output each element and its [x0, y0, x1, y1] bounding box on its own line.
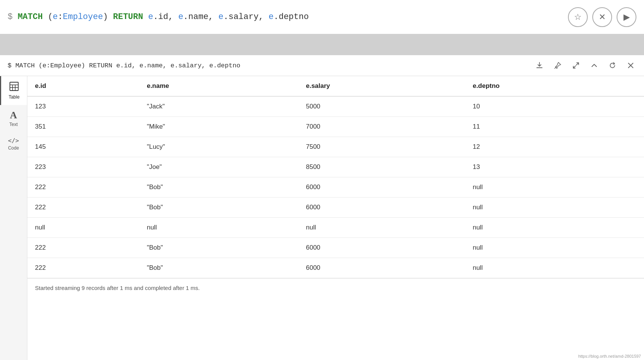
status-text: Started streaming 9 records after 1 ms a… — [35, 285, 200, 291]
table-cell-3-3: 13 — [465, 157, 644, 177]
expand-icon[interactable] — [570, 60, 582, 71]
table-cell-8-0: 222 — [27, 258, 139, 278]
chevron-up-icon[interactable] — [588, 60, 600, 71]
table-cell-2-0: 145 — [27, 137, 139, 157]
sidebar-item-text[interactable]: A Text — [0, 105, 27, 132]
col-header-edeptno: e.deptno — [465, 76, 644, 96]
status-bar: Started streaming 9 records after 1 ms a… — [27, 278, 644, 297]
table-cell-2-3: 12 — [465, 137, 644, 157]
table-cell-8-2: 6000 — [298, 258, 465, 278]
table-cell-8-3: null — [465, 258, 644, 278]
close-panel-icon[interactable] — [625, 60, 636, 71]
top-query-bar: $ MATCH (e:Employee) RETURN e.id, e.name… — [0, 0, 644, 34]
bottom-url: https://blog.orth.net/amd-2801597 — [578, 354, 641, 358]
col-header-eid: e.id — [27, 76, 139, 96]
secondary-query-content: MATCH (e:Employee) RETURN e.id, e.name, … — [15, 62, 240, 69]
toolbar-icons — [534, 60, 636, 71]
table-row: 222"Bob"6000null — [27, 198, 644, 218]
table-row: 145"Lucy"750012 — [27, 137, 644, 157]
top-entity-employee: Employee — [63, 12, 103, 22]
secondary-dollar: $ — [8, 62, 15, 69]
table-row: 222"Bob"6000null — [27, 177, 644, 198]
table-cell-0-1: "Jack" — [139, 96, 298, 117]
table-label: Table — [9, 94, 20, 100]
table-cell-8-1: "Bob" — [139, 258, 298, 278]
table-cell-2-2: 7500 — [298, 137, 465, 157]
table-row: 223"Joe"850013 — [27, 157, 644, 177]
table-cell-6-0: null — [27, 218, 139, 238]
table-cell-3-1: "Joe" — [139, 157, 298, 177]
table-icon — [9, 81, 19, 93]
sidebar-item-table[interactable]: Table — [0, 76, 27, 105]
table-cell-0-0: 123 — [27, 96, 139, 117]
content-area: Table A Text </> Code e.id e.name e.sala… — [0, 76, 644, 360]
text-label: Text — [9, 122, 17, 127]
top-return-keyword: RETURN — [113, 12, 143, 22]
refresh-icon[interactable] — [607, 60, 618, 71]
text-icon: A — [10, 110, 17, 120]
top-dollar-sign: $ — [8, 12, 13, 22]
table-cell-3-2: 8500 — [298, 157, 465, 177]
download-icon[interactable] — [534, 60, 545, 71]
table-cell-0-3: 10 — [465, 96, 644, 117]
table-cell-1-3: 11 — [465, 117, 644, 137]
run-button[interactable]: ▶ — [617, 7, 636, 27]
table-cell-7-1: "Bob" — [139, 238, 298, 258]
url-text: https://blog.orth.net/amd-2801597 — [578, 354, 641, 358]
table-cell-6-2: null — [298, 218, 465, 238]
table-row: 222"Bob"6000null — [27, 258, 644, 278]
top-esalary: e — [219, 12, 224, 22]
pin-icon[interactable] — [552, 60, 563, 71]
col-header-ename: e.name — [139, 76, 298, 96]
top-eid: e — [148, 12, 153, 22]
table-cell-6-3: null — [465, 218, 644, 238]
sidebar: Table A Text </> Code — [0, 76, 27, 360]
table-cell-4-0: 222 — [27, 177, 139, 198]
table-row: 222"Bob"6000null — [27, 238, 644, 258]
table-cell-5-2: 6000 — [298, 198, 465, 218]
secondary-query-text: $ MATCH (e:Employee) RETURN e.id, e.name… — [8, 62, 534, 69]
table-cell-7-0: 222 — [27, 238, 139, 258]
main-panel: $ MATCH (e:Employee) RETURN e.id, e.name… — [0, 55, 644, 360]
top-edeptno: e — [269, 12, 274, 22]
table-cell-5-3: null — [465, 198, 644, 218]
table-row: 123"Jack"500010 — [27, 96, 644, 117]
code-label: Code — [8, 145, 19, 151]
top-action-buttons: ☆ ✕ ▶ — [568, 7, 636, 27]
table-row: 351"Mike"700011 — [27, 117, 644, 137]
table-cell-2-1: "Lucy" — [139, 137, 298, 157]
sidebar-item-code[interactable]: </> Code — [0, 132, 27, 156]
table-cell-4-3: null — [465, 177, 644, 198]
code-icon: </> — [8, 138, 19, 144]
table-cell-5-0: 222 — [27, 198, 139, 218]
col-header-esalary: e.salary — [298, 76, 465, 96]
table-cell-0-2: 5000 — [298, 96, 465, 117]
top-match-keyword: MATCH — [17, 12, 43, 22]
gray-divider — [0, 34, 644, 55]
star-button[interactable]: ☆ — [568, 7, 588, 27]
close-button[interactable]: ✕ — [592, 7, 612, 27]
table-cell-6-1: null — [139, 218, 298, 238]
top-entity-e: e — [53, 12, 58, 22]
table-row: nullnullnullnull — [27, 218, 644, 238]
top-ename: e — [178, 12, 183, 22]
top-query-text: $ MATCH (e:Employee) RETURN e.id, e.name… — [8, 12, 309, 22]
table-cell-1-0: 351 — [27, 117, 139, 137]
table-cell-4-2: 6000 — [298, 177, 465, 198]
table-cell-1-1: "Mike" — [139, 117, 298, 137]
table-cell-1-2: 7000 — [298, 117, 465, 137]
table-cell-7-2: 6000 — [298, 238, 465, 258]
svg-rect-5 — [10, 82, 18, 91]
table-cell-5-1: "Bob" — [139, 198, 298, 218]
table-area: e.id e.name e.salary e.deptno 123"Jack"5… — [27, 76, 644, 360]
table-cell-4-1: "Bob" — [139, 177, 298, 198]
results-table: e.id e.name e.salary e.deptno 123"Jack"5… — [27, 76, 644, 278]
table-cell-7-3: null — [465, 238, 644, 258]
table-cell-3-0: 223 — [27, 157, 139, 177]
table-header-row: e.id e.name e.salary e.deptno — [27, 76, 644, 96]
secondary-query-bar: $ MATCH (e:Employee) RETURN e.id, e.name… — [0, 55, 644, 76]
